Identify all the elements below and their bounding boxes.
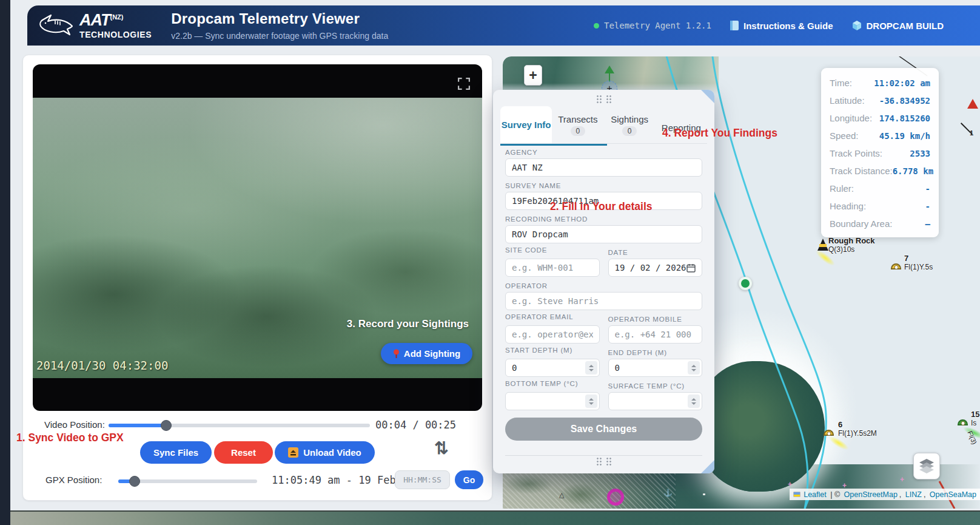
slider-thumb[interactable] — [129, 476, 140, 487]
info-label: Ruler: — [830, 183, 854, 194]
go-button[interactable]: Go — [455, 470, 483, 489]
instructions-label: Instructions & Guide — [743, 21, 833, 31]
eject-icon — [288, 447, 298, 458]
site-code-field[interactable] — [505, 259, 600, 277]
dropcam-build-link[interactable]: DROPCAM BUILD — [851, 20, 944, 31]
field-label-operator-mobile: OPERATOR MOBILE — [608, 316, 703, 323]
leaflet-link[interactable]: Leaflet — [804, 490, 827, 499]
buoy-icon — [824, 430, 834, 436]
corner-fold — [701, 90, 714, 103]
save-changes-button[interactable]: Save Changes — [505, 418, 702, 441]
track-position-marker — [739, 277, 752, 290]
date-value: 19 / 02 / 2026 — [615, 263, 686, 273]
seamark-name: 7 — [904, 254, 933, 263]
video-position-slider[interactable] — [109, 420, 370, 431]
brand-region: (NZ) — [110, 13, 124, 21]
layers-control-button[interactable] — [913, 453, 940, 479]
seamark-code: Q(3)10s — [828, 245, 875, 254]
seamark-code: Fl(1)Y.5s2M — [838, 429, 877, 438]
seamark-cross-icon: + — [900, 475, 904, 484]
info-label: Longitude: — [830, 113, 872, 123]
recording-method-field[interactable] — [505, 225, 702, 243]
panel-drag-handle[interactable] — [596, 95, 612, 104]
tab-label: Transects — [558, 114, 597, 124]
field-label-end-depth: END DEPTH (M) — [608, 349, 703, 356]
header-actions: Telemetry Agent 1.2.1 Instructions & Gui… — [594, 5, 944, 46]
info-label: Speed: — [830, 130, 859, 141]
info-label: Heading: — [830, 201, 866, 211]
operator-mobile-field[interactable] — [608, 325, 703, 344]
operator-field[interactable] — [505, 292, 702, 310]
brand-subname: TECHNOLOGIES — [79, 30, 152, 39]
status-dot-icon — [594, 23, 599, 29]
annotation-step4: 4. Report You Findings — [662, 127, 777, 140]
operator-email-field[interactable] — [505, 325, 600, 344]
info-label: Time: — [830, 78, 852, 88]
add-sighting-button[interactable]: Add Sighting — [381, 343, 472, 364]
info-value: 6.778 km — [893, 166, 933, 176]
field-label-survey-name: SURVEY NAME — [505, 182, 702, 189]
stepper-arrows-icon[interactable] — [688, 395, 700, 408]
harbor-marker — [607, 489, 624, 506]
info-value: 11:02:02 am — [874, 78, 930, 88]
zoom-in-button[interactable]: + — [524, 65, 542, 86]
seamark-name: 15 — [971, 410, 979, 419]
calendar-icon[interactable] — [686, 263, 696, 273]
field-label-operator-email: OPERATOR EMAIL — [505, 313, 600, 323]
date-field[interactable]: 19 / 02 / 2026 — [608, 259, 703, 277]
seamark-name: 6 — [838, 420, 877, 429]
pin-icon — [393, 349, 400, 359]
go-label: Go — [463, 475, 475, 485]
tab-survey-info[interactable]: Survey Info — [500, 106, 552, 143]
page-title: Dropcam Telemetry Viewer — [171, 10, 388, 27]
start-depth-stepper[interactable] — [505, 359, 600, 377]
openseamap-link[interactable]: OpenSeaMap — [930, 490, 976, 499]
stepper-arrows-icon[interactable] — [688, 361, 700, 374]
osm-link[interactable]: OpenStreetMap — [844, 490, 898, 499]
panel-drag-handle[interactable] — [596, 457, 612, 466]
bottom-imagery-strip — [10, 510, 980, 525]
tab-transects[interactable]: Transects 0 — [552, 106, 603, 143]
fullscreen-icon[interactable] — [458, 78, 470, 90]
field-label-bottom-temp: BOTTOM TEMP (°C) — [505, 380, 600, 390]
map-attribution: Leaflet | © OpenStreetMap , LINZ , OpenS… — [790, 489, 980, 500]
survey-form-panel: Survey Info Transects 0 Sightings 0 Repo… — [493, 90, 714, 473]
linz-link[interactable]: LINZ — [905, 490, 922, 499]
sync-files-button[interactable]: Sync Files — [140, 441, 212, 464]
tab-label: Sightings — [611, 114, 648, 124]
drag-dots-icon — [596, 95, 602, 104]
tab-count-badge: 0 — [571, 126, 586, 136]
stepper-arrows-icon[interactable] — [585, 395, 597, 408]
video-timestamp-overlay: 2014/01/30 04:32:00 — [36, 359, 168, 372]
form-divider — [505, 455, 702, 456]
build-label: DROPCAM BUILD — [867, 21, 944, 31]
drag-dots-icon — [606, 457, 612, 466]
swap-arrows-icon[interactable]: ⇅ — [434, 438, 448, 458]
attribution-text: , — [899, 490, 904, 499]
end-depth-stepper[interactable] — [608, 359, 703, 377]
brand-logo: AAT(NZ) TECHNOLOGIES — [37, 12, 152, 39]
corner-fold — [701, 460, 714, 473]
add-sighting-label: Add Sighting — [404, 348, 460, 359]
field-label-site-code: SITE CODE — [505, 246, 600, 256]
reset-button[interactable]: Reset — [214, 441, 273, 464]
video-position-label: Video Position: — [44, 419, 105, 430]
time-jump-input[interactable] — [395, 470, 450, 489]
field-label-operator: OPERATOR — [505, 282, 702, 290]
bottom-temp-stepper[interactable] — [505, 392, 600, 410]
agent-status-label: Telemetry Agent 1.2.1 — [604, 21, 711, 30]
tab-sightings[interactable]: Sightings 0 — [604, 106, 656, 143]
video-player[interactable]: 2014/01/30 04:32:00 3. Record your Sight… — [33, 64, 482, 411]
gpx-position-slider[interactable] — [118, 476, 257, 487]
unload-video-button[interactable]: Unload Video — [275, 441, 375, 464]
anchorage-icon: ⚓ — [663, 489, 673, 497]
buoy-icon — [891, 263, 901, 269]
slider-thumb[interactable] — [161, 420, 172, 431]
agency-field[interactable] — [505, 158, 702, 177]
stepper-arrows-icon[interactable] — [585, 361, 597, 374]
surface-temp-stepper[interactable] — [608, 392, 703, 410]
drag-dots-icon — [606, 95, 612, 104]
instructions-link[interactable]: Instructions & Guide — [730, 20, 833, 31]
field-label-date: DATE — [608, 249, 703, 256]
info-value: 45.19 km/h — [879, 131, 930, 141]
